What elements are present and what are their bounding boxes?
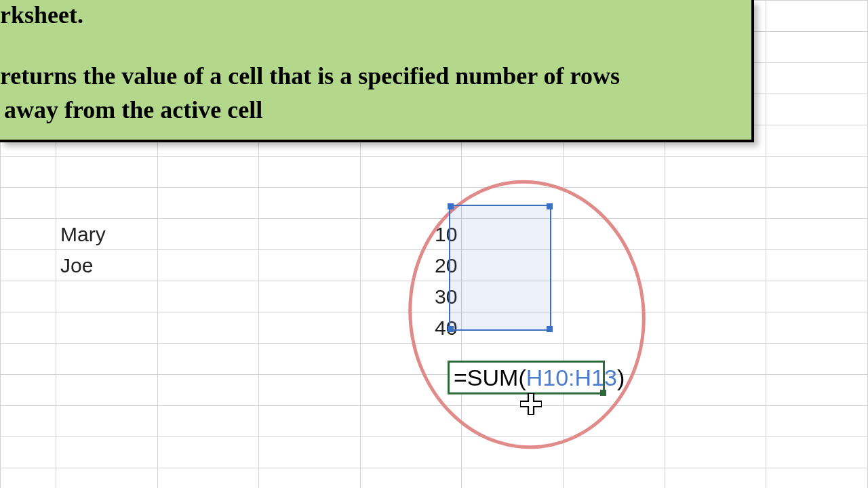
formula-suffix: ) [617, 365, 625, 391]
info-banner: rksheet. returns the value of a cell tha… [0, 0, 754, 142]
formula-input-cell[interactable]: =SUM(H10:H13) [448, 361, 605, 394]
formula-prefix: =SUM( [454, 365, 526, 391]
banner-line-1: rksheet. [0, 0, 83, 32]
cell-name-joe[interactable]: Joe [56, 250, 157, 281]
banner-line-2: returns the value of a cell that is a sp… [0, 60, 719, 93]
formula-range: H10:H13 [526, 365, 617, 391]
fill-handle-icon[interactable] [600, 390, 606, 396]
cell-value-40[interactable]: 40 [360, 312, 462, 344]
cell-value-10[interactable]: 10 [360, 219, 462, 250]
banner-line-3: away from the active cell [4, 94, 262, 127]
cell-value-30[interactable]: 30 [360, 281, 462, 312]
cell-value-20[interactable]: 20 [360, 250, 462, 281]
cell-name-mary[interactable]: Mary [56, 219, 157, 250]
